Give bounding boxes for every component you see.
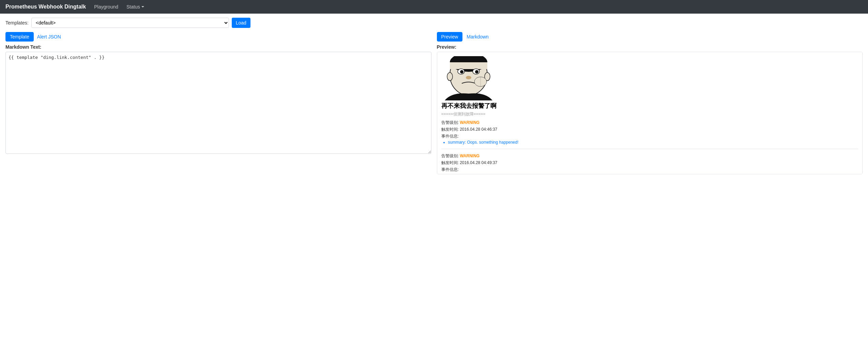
level-label-1: 告警级别:: [441, 154, 459, 158]
templates-label: Templates:: [5, 20, 29, 26]
two-col-layout: Template Alert JSON Markdown Text: {{ te…: [5, 32, 863, 174]
meme-svg: [441, 56, 496, 100]
svg-point-8: [466, 76, 471, 79]
svg-point-7: [475, 70, 478, 74]
svg-point-9: [447, 73, 453, 81]
preview-panel: 再不来我去报警了啊 =====侦测到故障===== 告警级别: WARNING …: [437, 52, 863, 174]
event-item-1-0: summary: Oops, something happend!: [448, 173, 858, 174]
level-label-0: 告警级别:: [441, 120, 459, 125]
time-row-1: 触发时间: 2016.04.28 04:49:37: [441, 160, 858, 166]
tab-preview-button[interactable]: Preview: [437, 32, 463, 42]
right-tabs-row: Preview Markdown: [437, 32, 863, 42]
level-value-0: WARNING: [460, 120, 479, 125]
meme-image: [441, 56, 496, 100]
tab-alert-json-button[interactable]: Alert JSON: [36, 32, 62, 41]
navbar-brand[interactable]: Prometheus Webhook Dingtalk: [5, 4, 86, 10]
time-value-0: 2016.04.28 04:46:37: [460, 127, 497, 132]
event-text-0-0: summary: Oops. something happened!: [448, 140, 519, 145]
status-caret-icon: [141, 6, 144, 7]
preview-label: Preview:: [437, 44, 863, 50]
time-value-1: 2016.04.28 04:49:37: [460, 160, 497, 165]
nav-link-playground[interactable]: Playground: [94, 4, 118, 10]
events-label-0: 事件信息:: [441, 133, 858, 139]
preview-section-0: 告警级别: WARNING 触发时间: 2016.04.28 04:46:37 …: [441, 120, 858, 149]
templates-row: Templates: <default> Load: [5, 18, 863, 28]
preview-heading: 再不来我去报警了啊: [441, 102, 858, 110]
tab-markdown-button[interactable]: Markdown: [465, 32, 490, 41]
events-list-0: summary: Oops. something happened!: [441, 140, 858, 145]
preview-section-1: 告警级别: WARNING 触发时间: 2016.04.28 04:49:37 …: [441, 153, 858, 174]
time-label-0: 触发时间:: [441, 127, 459, 132]
tab-template-button[interactable]: Template: [5, 32, 34, 42]
event-item-0-0: summary: Oops. something happened!: [448, 140, 858, 145]
markdown-textarea[interactable]: {{ template "ding.link.content" . }}: [5, 52, 431, 154]
preview-divider: =====侦测到故障=====: [441, 111, 858, 117]
events-list-1: summary: Oops, something happend!: [441, 173, 858, 174]
main-content: Templates: <default> Load Template Alert…: [0, 14, 868, 338]
templates-select[interactable]: <default>: [31, 18, 229, 28]
svg-rect-3: [450, 62, 487, 69]
events-label-1: 事件信息:: [441, 167, 858, 173]
event-text-1-0: summary: Oops, something happend!: [448, 173, 516, 174]
time-label-1: 触发时间:: [441, 160, 459, 165]
level-value-1: WARNING: [460, 154, 479, 158]
left-tabs-row: Template Alert JSON: [5, 32, 431, 42]
load-button[interactable]: Load: [232, 18, 250, 28]
time-row-0: 触发时间: 2016.04.28 04:46:37: [441, 127, 858, 132]
navbar: Prometheus Webhook Dingtalk Playground S…: [0, 0, 868, 14]
right-column: Preview Markdown Preview:: [437, 32, 863, 174]
level-row-1: 告警级别: WARNING: [441, 153, 858, 159]
svg-point-6: [460, 70, 463, 74]
markdown-text-label: Markdown Text:: [5, 44, 431, 50]
nav-dropdown-status[interactable]: Status: [126, 4, 144, 10]
level-row-0: 告警级别: WARNING: [441, 120, 858, 126]
nav-status-label: Status: [126, 4, 140, 10]
left-column: Template Alert JSON Markdown Text: {{ te…: [5, 32, 431, 174]
